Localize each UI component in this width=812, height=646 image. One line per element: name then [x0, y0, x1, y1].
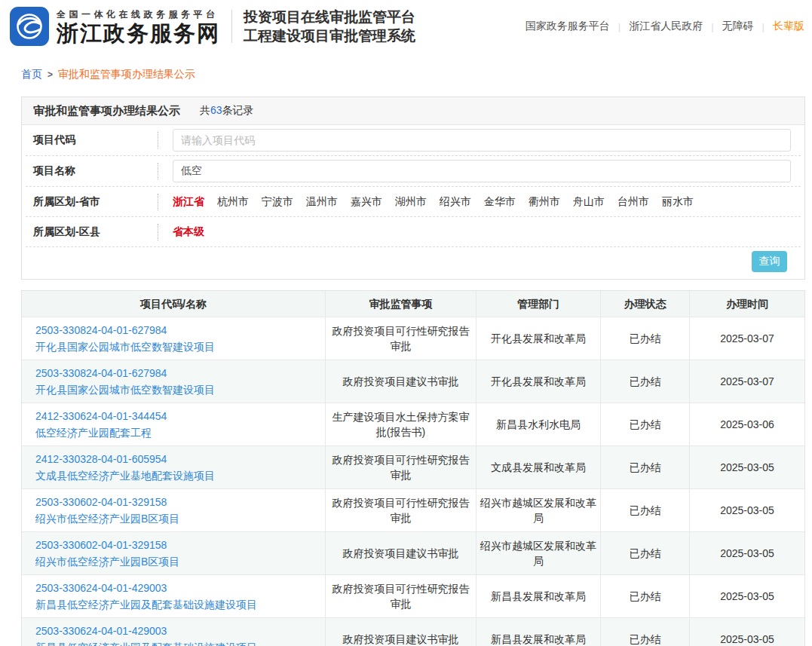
project-name-link[interactable]: 低空经济产业园配套工程	[35, 424, 152, 441]
date-cell: 2025-03-05	[689, 489, 804, 531]
province-option[interactable]: 绍兴市	[440, 195, 471, 209]
col-header-status: 办理状态	[600, 291, 689, 317]
approval-item-cell: 政府投资项目可行性研究报告审批	[325, 446, 476, 488]
project-code-link[interactable]: 2412-330624-04-01-344454	[35, 408, 167, 424]
project-name-link[interactable]: 绍兴市低空经济产业园B区项目	[35, 553, 179, 570]
col-header-project: 项目代码/名称	[22, 291, 325, 317]
department-cell: 新昌县水利水电局	[476, 403, 600, 445]
site-header: 全国一体化在线政务服务平台 浙江政务服务网 投资项目在线审批监管平台 工程建设项…	[0, 0, 812, 53]
count-number: 63	[210, 104, 222, 116]
approval-item-cell: 政府投资项目建议书审批	[325, 360, 476, 403]
table-row: 2412-330624-04-01-344454 低空经济产业园配套工程 生产建…	[22, 403, 804, 445]
province-option[interactable]: 衢州市	[529, 195, 560, 209]
approval-item-cell: 政府投资项目建议书审批	[325, 618, 476, 646]
project-code-link[interactable]: 2503-330824-04-01-627984	[35, 322, 167, 338]
table-row: 2503-330602-04-01-329158 绍兴市低空经济产业园B区项目 …	[22, 531, 804, 574]
project-name-label: 项目名称	[26, 164, 158, 178]
project-name-row: 项目名称	[26, 156, 801, 187]
system-title: 投资项目在线审批监管平台 工程建设项目审批管理系统	[244, 8, 415, 45]
breadcrumb-separator: >	[47, 69, 53, 80]
table-row: 2503-330824-04-01-627984 开化县国家公园城市低空数智建设…	[22, 317, 804, 360]
count-prefix: 共	[200, 104, 210, 116]
status-cell: 已办结	[600, 532, 689, 574]
search-button-row: 查询	[26, 247, 801, 279]
province-option[interactable]: 宁波市	[262, 195, 293, 209]
project-code-link[interactable]: 2503-330624-04-01-429003	[35, 580, 167, 596]
project-name-link[interactable]: 开化县国家公园城市低空数智建设项目	[35, 381, 215, 398]
province-option[interactable]: 杭州市	[217, 195, 249, 209]
project-code-row: 项目代码	[26, 125, 801, 156]
table-row: 2412-330328-04-01-605954 文成县低空经济产业基地配套设施…	[22, 445, 804, 488]
county-option[interactable]: 省本级	[173, 225, 204, 239]
site-name: 浙江政务服务网	[57, 21, 220, 45]
platform-tagline: 全国一体化在线政务服务平台	[57, 8, 220, 21]
header-link[interactable]: 国家政务服务平台	[526, 20, 610, 33]
site-logo-icon	[9, 6, 50, 47]
header-link-item: | 无障碍	[703, 20, 753, 33]
department-cell: 文成县发展和改革局	[476, 446, 600, 488]
status-cell: 已办结	[600, 360, 689, 403]
province-option[interactable]: 舟山市	[573, 195, 605, 209]
project-name-link[interactable]: 新昌县低空经济产业园及配套基础设施建设项目	[35, 596, 257, 613]
province-option[interactable]: 温州市	[306, 195, 338, 209]
breadcrumb-current: 审批和监管事项办理结果公示	[58, 68, 195, 80]
link-separator: |	[762, 21, 765, 32]
county-options: 省本级	[158, 225, 801, 239]
header-link-item: | 长辈版	[754, 20, 804, 33]
date-cell: 2025-03-06	[689, 403, 804, 445]
project-code-link[interactable]: 2503-330602-04-01-329158	[35, 537, 167, 553]
project-code-link[interactable]: 2503-330602-04-01-329158	[35, 494, 167, 510]
project-name-link[interactable]: 文成县低空经济产业基地配套设施项目	[35, 467, 215, 484]
header-link[interactable]: 长辈版	[773, 20, 804, 33]
project-code-link[interactable]: 2503-330624-04-01-429003	[35, 623, 167, 639]
system-title-line2: 工程建设项目审批管理系统	[244, 26, 415, 45]
department-cell: 开化县发展和改革局	[476, 317, 600, 360]
project-cell: 2503-330624-04-01-429003 新昌县低空经济产业园及配套基础…	[22, 618, 325, 646]
department-cell: 绍兴市越城区发展和改革局	[476, 489, 600, 531]
project-code-input[interactable]	[173, 129, 791, 152]
table-row: 2503-330624-04-01-429003 新昌县低空经济产业园及配套基础…	[22, 617, 804, 646]
project-name-link[interactable]: 新昌县低空经济产业园及配套基础设施建设项目	[35, 639, 257, 646]
project-name-input[interactable]	[173, 160, 791, 182]
department-cell: 开化县发展和改革局	[476, 360, 600, 403]
province-option[interactable]: 浙江省	[173, 195, 204, 209]
link-separator: |	[618, 21, 620, 32]
breadcrumb-home-link[interactable]: 首页	[21, 68, 42, 80]
link-separator: |	[711, 21, 713, 32]
header-divider	[231, 10, 232, 43]
project-name-link[interactable]: 开化县国家公园城市低空数智建设项目	[35, 338, 215, 355]
record-count: 共63条记录	[200, 104, 254, 118]
header-link[interactable]: 浙江省人民政府	[629, 20, 703, 33]
search-panel-header: 审批和监管事项办理结果公示 共63条记录	[22, 97, 804, 125]
project-cell: 2503-330824-04-01-627984 开化县国家公园城市低空数智建设…	[22, 317, 325, 360]
project-cell: 2503-330824-04-01-627984 开化县国家公园城市低空数智建设…	[22, 360, 325, 403]
count-suffix: 条记录	[222, 104, 254, 116]
status-cell: 已办结	[600, 618, 689, 646]
status-cell: 已办结	[600, 489, 689, 531]
approval-item-cell: 政府投资项目可行性研究报告审批	[325, 317, 476, 360]
search-button[interactable]: 查询	[752, 251, 787, 272]
project-code-link[interactable]: 2503-330824-04-01-627984	[35, 365, 167, 381]
province-options: 浙江省 杭州市 宁波市 温州市 嘉兴市 湖州市 绍兴市 金华市 衢州市 舟山市 …	[158, 195, 801, 209]
project-cell: 2412-330328-04-01-605954 文成县低空经济产业基地配套设施…	[22, 446, 325, 488]
province-option[interactable]: 金华市	[484, 195, 516, 209]
breadcrumb: 首页 > 审批和监管事项办理结果公示	[21, 68, 812, 81]
province-option[interactable]: 嘉兴市	[351, 195, 382, 209]
region-province-label: 所属区划-省市	[26, 195, 158, 209]
approval-item-cell: 政府投资项目可行性研究报告审批	[325, 575, 476, 617]
province-option[interactable]: 台州市	[617, 195, 649, 209]
date-cell: 2025-03-07	[689, 317, 804, 360]
table-header: 项目代码/名称 审批监管事项 管理部门 办理状态 办理时间	[22, 291, 804, 317]
province-option[interactable]: 丽水市	[662, 195, 694, 209]
header-link-item: | 浙江省人民政府	[610, 20, 703, 33]
project-code-link[interactable]: 2412-330328-04-01-605954	[35, 451, 167, 467]
header-link[interactable]: 无障碍	[722, 20, 754, 33]
project-name-link[interactable]: 绍兴市低空经济产业园B区项目	[35, 510, 179, 527]
project-code-label: 项目代码	[26, 133, 158, 147]
status-cell: 已办结	[600, 403, 689, 445]
date-cell: 2025-03-05	[689, 618, 804, 646]
date-cell: 2025-03-05	[689, 532, 804, 574]
province-option[interactable]: 湖州市	[395, 195, 427, 209]
approval-item-cell: 政府投资项目建议书审批	[325, 532, 476, 574]
region-county-label: 所属区划-区县	[26, 225, 158, 239]
